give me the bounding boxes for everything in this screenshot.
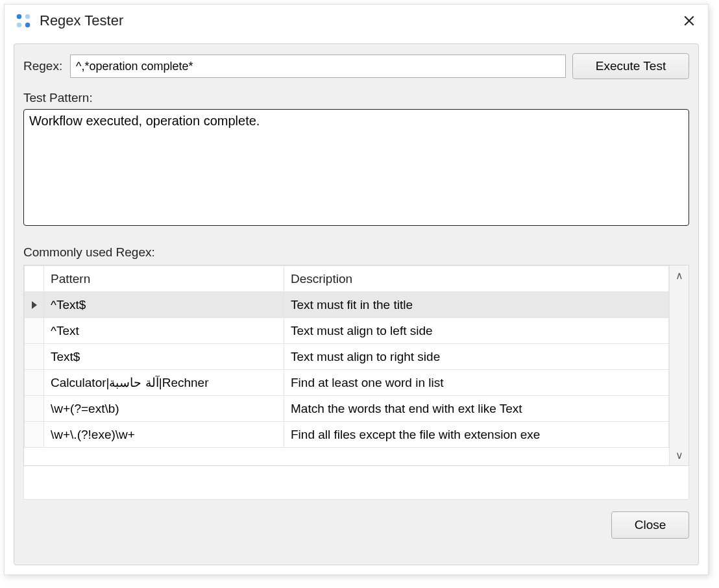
table-row[interactable]: ^Text$Text must fit in the title — [25, 292, 669, 318]
content-panel: Regex: Execute Test Test Pattern: Common… — [14, 43, 699, 565]
svg-point-1 — [25, 14, 30, 19]
cell-pattern: \w+(?=ext\b) — [44, 396, 284, 422]
close-button[interactable]: Close — [611, 511, 689, 539]
row-indicator — [25, 318, 44, 344]
column-header-pattern[interactable]: Pattern — [44, 266, 284, 292]
svg-point-2 — [17, 23, 22, 28]
app-icon — [14, 11, 33, 31]
test-pattern-label: Test Pattern: — [23, 91, 689, 105]
regex-label: Regex: — [23, 59, 64, 73]
table-row[interactable]: Text$Text must align to right side — [25, 344, 669, 370]
column-header-description[interactable]: Description — [284, 266, 669, 292]
window-title: Regex Tester — [40, 12, 679, 29]
scroll-down-icon[interactable]: ∨ — [676, 449, 683, 461]
regex-input[interactable] — [70, 55, 566, 78]
cell-description: Find at least one word in list — [284, 370, 669, 396]
common-regex-grid: Pattern Description ^Text$Text must fit … — [23, 265, 689, 466]
cell-description: Text must align to right side — [284, 344, 669, 370]
table-row[interactable]: \w+(?=ext\b)Match the words that end wit… — [25, 396, 669, 422]
row-indicator — [25, 422, 44, 448]
execute-test-button[interactable]: Execute Test — [572, 53, 689, 79]
row-indicator — [25, 396, 44, 422]
scroll-up-icon[interactable]: ∧ — [676, 269, 683, 282]
regex-tester-dialog: Regex Tester Regex: Execute Test Test Pa… — [4, 4, 709, 575]
row-indicator — [25, 344, 44, 370]
row-indicator — [25, 292, 44, 318]
cell-description: Find all files except the file with exte… — [284, 422, 669, 448]
cell-pattern: Text$ — [44, 344, 284, 370]
commonly-used-label: Commonly used Regex: — [23, 245, 689, 260]
cell-pattern: Calculator|آلة حاسبة|Rechner — [44, 370, 284, 396]
grid-footer-spacer — [23, 466, 689, 500]
footer-row: Close — [23, 511, 689, 539]
row-indicator-header — [25, 266, 44, 292]
grid-scrollbar[interactable]: ∧ ∨ — [669, 265, 689, 465]
cell-description: Text must align to left side — [284, 318, 669, 344]
cell-pattern: ^Text$ — [44, 292, 284, 318]
titlebar: Regex Tester — [5, 5, 708, 40]
svg-point-3 — [25, 23, 30, 28]
cell-pattern: ^Text — [44, 318, 284, 344]
close-icon[interactable] — [679, 11, 699, 31]
cell-description: Text must fit in the title — [284, 292, 669, 318]
regex-row: Regex: Execute Test — [23, 53, 689, 79]
svg-point-0 — [17, 14, 22, 19]
current-row-icon — [32, 301, 37, 309]
cell-description: Match the words that end with ext like T… — [284, 396, 669, 422]
table-row[interactable]: \w+\.(?!exe)\w+Find all files except the… — [25, 422, 669, 448]
row-indicator — [25, 370, 44, 396]
table-row[interactable]: Calculator|آلة حاسبة|RechnerFind at leas… — [25, 370, 669, 396]
table-row[interactable]: ^TextText must align to left side — [25, 318, 669, 344]
test-pattern-input[interactable] — [23, 109, 689, 226]
cell-pattern: \w+\.(?!exe)\w+ — [44, 422, 284, 448]
